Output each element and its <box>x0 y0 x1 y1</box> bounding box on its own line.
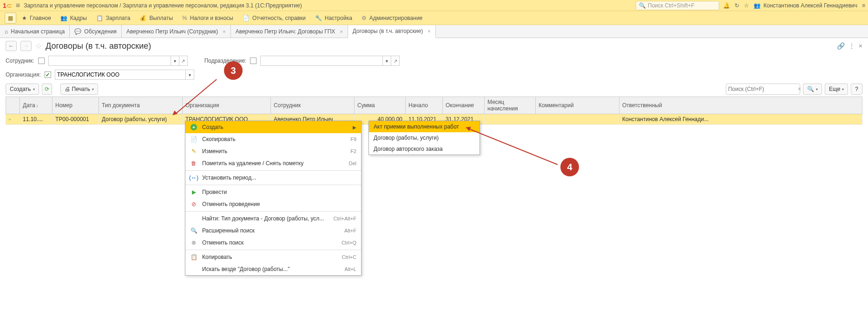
col-doctype[interactable]: Тип документа <box>99 97 183 114</box>
wrench-icon: 🔧 <box>315 15 322 21</box>
annotation-badge-3: 3 <box>224 61 243 80</box>
employee-checkbox[interactable] <box>38 58 45 64</box>
bell-icon[interactable]: 🔔 <box>723 2 730 9</box>
tab-employee[interactable]: Аверченко Петр Ильич (Сотрудник)× <box>122 25 231 38</box>
grid-icon[interactable]: ▦ <box>5 13 16 24</box>
forward-button[interactable]: → <box>20 41 32 51</box>
row-comment <box>536 114 619 125</box>
close-icon[interactable]: × <box>427 28 430 34</box>
col-date[interactable]: Дата↓ <box>20 97 53 114</box>
menu-salary[interactable]: 📋Зарплата <box>92 13 134 23</box>
row-doctype: Договор (работы, услуги) <box>99 114 183 125</box>
org-field[interactable] <box>55 71 185 78</box>
tab-contracts-gph[interactable]: Аверченко Петр Ильич: Договоры ГПХ× <box>231 25 348 38</box>
row-responsible: Константинов Алексей Геннади... <box>619 114 862 125</box>
page-header: ← → ☆ Договоры (в т.ч. авторские) 🔗 ⋮ × <box>0 38 868 54</box>
table-header-row: Дата↓ Номер Тип документа Организация Со… <box>6 97 862 114</box>
title-bar: 1⊂ ≡ Зарплата и управление персоналом / … <box>0 0 868 11</box>
menu-reports[interactable]: 📄Отчетность, справки <box>239 13 309 23</box>
kebab-icon[interactable]: ⋮ <box>848 42 855 50</box>
menu-taxes[interactable]: %Налоги и взносы <box>178 13 237 23</box>
filter-row-2: Организация: ▾ <box>0 68 868 82</box>
menu-payments[interactable]: 💰Выплаты <box>136 13 177 23</box>
col-sum[interactable]: Сумма <box>355 97 406 114</box>
list-search[interactable]: × <box>726 84 800 95</box>
close-icon[interactable]: × <box>223 29 225 34</box>
refresh-icon: ⟳ <box>45 86 49 92</box>
col-icon[interactable] <box>6 97 20 114</box>
subdiv-label: Подразделение: <box>204 58 247 64</box>
dropdown-icon[interactable]: ▾ <box>185 70 194 79</box>
hamburger-icon[interactable]: ≡ <box>16 1 20 10</box>
list-search-field[interactable] <box>728 86 798 92</box>
col-number[interactable]: Номер <box>53 97 99 114</box>
row-icon-cell: ▫ <box>6 114 20 125</box>
col-org[interactable]: Организация <box>183 97 271 114</box>
chat-icon: 💬 <box>74 28 81 35</box>
create-button[interactable]: Создать▾ <box>6 84 39 95</box>
col-month[interactable]: Месяц начисления <box>485 97 536 114</box>
subdiv-field[interactable] <box>261 58 382 64</box>
calendar-icon: 📋 <box>96 15 103 21</box>
print-button[interactable]: 🖨Печать▾ <box>60 84 98 95</box>
col-responsible[interactable]: Ответственный <box>619 97 862 114</box>
wallet-icon: 💰 <box>139 15 146 21</box>
chevron-down-icon: ▾ <box>92 87 94 91</box>
org-checkbox[interactable] <box>45 71 51 78</box>
sort-icon: ↓ <box>36 103 39 108</box>
open-icon[interactable]: ↗ <box>391 56 399 65</box>
user-area[interactable]: 👥 Константинов Алексей Геннадиевич <box>754 2 857 9</box>
link-icon[interactable]: 🔗 <box>837 42 845 50</box>
help-button[interactable]: ? <box>851 84 862 95</box>
dropdown-icon[interactable]: ▾ <box>382 56 391 65</box>
menu-staff[interactable]: 👥Кадры <box>57 13 91 23</box>
plus-icon: + <box>190 123 197 125</box>
user-icon: 👥 <box>754 2 761 9</box>
toolbar: Создать▾ ⟳ 🖨Печать▾ × 🔍▾ Еще▾ ? <box>0 82 868 97</box>
back-button[interactable]: ← <box>6 41 17 51</box>
employee-label: Сотрудник: <box>6 58 34 64</box>
printer-icon: 🖨 <box>65 86 70 92</box>
menu-main[interactable]: ★Главное <box>18 13 55 23</box>
search-icon: 🔍 <box>807 86 814 92</box>
doc-row-icon: ▫ <box>9 116 11 123</box>
tab-discussions[interactable]: 💬Обсуждения <box>70 25 122 38</box>
submenu-act[interactable]: Акт приемки выполненных работ <box>369 121 480 125</box>
col-comment[interactable]: Комментарий <box>536 97 619 114</box>
col-start[interactable]: Начало <box>406 97 443 114</box>
employee-field[interactable] <box>49 58 171 64</box>
tab-contracts[interactable]: Договоры (в т.ч. авторские)× <box>348 26 436 38</box>
titlebar-actions: 🔔 ↻ ☆ 👥 Константинов Алексей Геннадиевич… <box>723 2 865 9</box>
global-search[interactable]: 🔍 Поиск Ctrl+Shift+F <box>636 1 719 10</box>
employee-input[interactable]: ▾ ↗ <box>48 56 188 66</box>
clear-search-icon[interactable]: × <box>798 86 801 92</box>
subdiv-checkbox[interactable] <box>250 58 256 64</box>
filter-row-1: Сотрудник: ▾ ↗ Подразделение: ▾ ↗ <box>0 54 868 68</box>
app-title: Зарплата и управление персоналом / Зарпл… <box>24 2 632 9</box>
more-icon[interactable]: ≡ <box>862 2 865 9</box>
dropdown-icon[interactable]: ▾ <box>171 56 179 65</box>
ctx-create[interactable]: + Создать ▶ <box>185 121 361 125</box>
search-icon: 🔍 <box>639 2 646 9</box>
open-icon[interactable]: ↗ <box>179 56 187 65</box>
subdiv-input[interactable]: ▾ ↗ <box>260 56 400 66</box>
main-menu: ▦ ★Главное 👥Кадры 📋Зарплата 💰Выплаты %На… <box>0 11 868 25</box>
advanced-search-button[interactable]: 🔍▾ <box>803 84 822 95</box>
close-icon[interactable]: × <box>340 29 342 34</box>
chevron-down-icon: ▾ <box>842 87 844 91</box>
favorite-icon[interactable]: ☆ <box>35 42 42 51</box>
more-button[interactable]: Еще▾ <box>825 84 848 95</box>
menu-settings[interactable]: 🔧Настройка <box>311 13 356 23</box>
refresh-button[interactable]: ⟳ <box>42 84 52 95</box>
star-icon[interactable]: ☆ <box>744 2 749 9</box>
menu-admin[interactable]: ⚙Администрирование <box>358 13 426 23</box>
page-title: Договоры (в т.ч. авторские) <box>46 41 151 51</box>
col-employee[interactable]: Сотрудник <box>271 97 355 114</box>
col-end[interactable]: Окончание <box>443 97 485 114</box>
tab-home[interactable]: ⌂Начальная страница <box>0 25 70 38</box>
org-input[interactable]: ▾ <box>55 70 194 80</box>
gear-icon: ⚙ <box>362 15 367 21</box>
close-page-icon[interactable]: × <box>859 42 862 50</box>
history-icon[interactable]: ↻ <box>735 2 739 9</box>
chevron-down-icon: ▾ <box>816 87 818 91</box>
